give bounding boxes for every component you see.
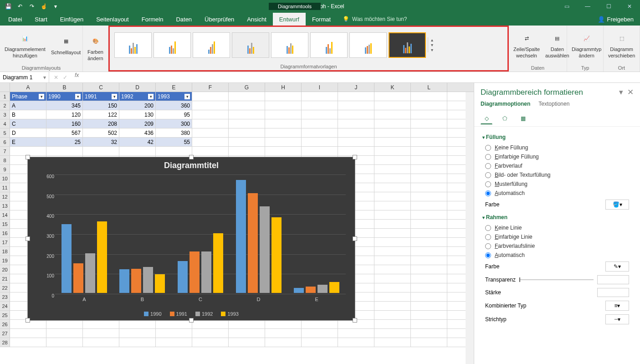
border-option[interactable]: Keine Linie	[482, 223, 632, 232]
row-header[interactable]: 14	[0, 210, 10, 219]
tab-seitenlayout[interactable]: Seitenlayout	[90, 13, 135, 26]
cell[interactable]: 1990▾	[46, 92, 83, 101]
column-header-D[interactable]: D	[119, 83, 156, 92]
formula-input[interactable]	[82, 72, 640, 82]
resize-handle-s[interactable]	[189, 318, 194, 323]
cell[interactable]: 208	[83, 119, 119, 128]
cell[interactable]	[83, 338, 119, 347]
cell[interactable]	[229, 338, 265, 347]
cell[interactable]	[265, 110, 302, 119]
chart-bar[interactable]	[294, 288, 304, 293]
cell[interactable]: 122	[83, 110, 119, 119]
cell[interactable]	[338, 101, 374, 110]
cell[interactable]: C	[10, 119, 46, 128]
cell[interactable]: 25	[46, 138, 83, 146]
cell[interactable]	[411, 311, 447, 319]
cell[interactable]: 130	[119, 110, 156, 119]
cell[interactable]	[411, 210, 447, 219]
cell[interactable]	[119, 147, 156, 155]
cell[interactable]	[46, 338, 83, 347]
chart-bar[interactable]	[189, 251, 200, 293]
cell[interactable]	[411, 283, 447, 292]
cell[interactable]	[374, 292, 411, 301]
row-header[interactable]: 5	[0, 128, 10, 137]
cell[interactable]	[229, 138, 265, 146]
cell[interactable]	[374, 302, 411, 310]
chart-style-2[interactable]	[154, 32, 191, 58]
cell[interactable]	[374, 311, 411, 319]
row-header[interactable]: 8	[0, 156, 10, 164]
row-header[interactable]: 23	[0, 292, 10, 301]
cell[interactable]	[411, 165, 447, 174]
cell[interactable]	[374, 174, 411, 183]
chart-style-7[interactable]	[349, 32, 387, 58]
cell[interactable]	[374, 210, 411, 219]
cell[interactable]	[411, 247, 447, 256]
cell[interactable]: 380	[156, 128, 192, 137]
cell[interactable]	[374, 165, 411, 174]
chart-bar[interactable]	[131, 269, 141, 293]
row-header[interactable]: 16	[0, 229, 10, 237]
cell[interactable]	[411, 220, 447, 228]
cell[interactable]	[46, 329, 83, 338]
cell[interactable]	[411, 110, 447, 119]
column-header-C[interactable]: C	[83, 83, 119, 92]
resize-handle-w[interactable]	[26, 236, 30, 241]
filter-dropdown-icon[interactable]: ▾	[39, 94, 44, 99]
cell[interactable]	[374, 283, 411, 292]
cell[interactable]: 120	[46, 110, 83, 119]
row-header[interactable]: 3	[0, 110, 10, 119]
cell[interactable]	[302, 338, 338, 347]
row-header[interactable]: 2	[0, 101, 10, 110]
cell[interactable]	[338, 138, 374, 146]
cell[interactable]	[411, 128, 447, 137]
cell[interactable]	[302, 320, 338, 328]
column-header-H[interactable]: H	[265, 83, 302, 92]
cell[interactable]: 150	[83, 101, 119, 110]
chart-bar[interactable]	[201, 251, 211, 293]
switch-row-col-button[interactable]: ⇄ Zeile/Spalte wechseln	[512, 30, 542, 59]
cell[interactable]	[338, 128, 374, 137]
fill-radio[interactable]	[485, 154, 491, 160]
cell[interactable]	[10, 338, 46, 347]
fill-option[interactable]: Bild- oder Texturfüllung	[482, 170, 632, 179]
legend-item[interactable]: 1992	[195, 311, 213, 317]
row-header[interactable]: 7	[0, 147, 10, 155]
cell[interactable]	[10, 329, 46, 338]
cell[interactable]	[374, 110, 411, 119]
fill-option[interactable]: Farbverlauf	[482, 161, 632, 170]
cell[interactable]	[265, 92, 302, 101]
tab-ueberpruefen[interactable]: Überprüfen	[198, 13, 241, 26]
dash-type-picker[interactable]: ┄▾	[605, 314, 629, 324]
cell[interactable]	[374, 156, 411, 164]
cell[interactable]	[229, 110, 265, 119]
chart-bar[interactable]	[155, 274, 165, 293]
cell[interactable]	[411, 302, 447, 310]
column-header-A[interactable]: A	[10, 83, 46, 92]
cell[interactable]: E	[10, 138, 46, 146]
cell[interactable]: 160	[46, 119, 83, 128]
cell[interactable]	[265, 138, 302, 146]
row-header[interactable]: 12	[0, 192, 10, 201]
cell[interactable]	[192, 320, 229, 328]
row-header[interactable]: 11	[0, 183, 10, 192]
cell[interactable]	[156, 147, 192, 155]
row-header[interactable]: 9	[0, 165, 10, 174]
column-header-L[interactable]: L	[411, 83, 447, 92]
chart-bar[interactable]	[178, 261, 188, 293]
chart-bar[interactable]	[248, 193, 258, 293]
cell[interactable]	[338, 329, 374, 338]
cell[interactable]	[338, 338, 374, 347]
cell[interactable]	[374, 201, 411, 210]
fill-option[interactable]: Musterfüllung	[482, 179, 632, 189]
change-chart-type-button[interactable]: 📈 Diagrammtyp ändern	[570, 30, 603, 59]
chart-style-5[interactable]	[271, 32, 308, 58]
cell[interactable]	[192, 92, 229, 101]
filter-dropdown-icon[interactable]: ▾	[148, 94, 154, 99]
transparency-slider[interactable]	[519, 279, 594, 280]
resize-handle-sw[interactable]	[26, 318, 30, 323]
fill-radio[interactable]	[485, 181, 491, 187]
cell[interactable]: 95	[156, 110, 192, 119]
cell[interactable]: 360	[156, 101, 192, 110]
filter-dropdown-icon[interactable]: ▾	[184, 94, 190, 99]
